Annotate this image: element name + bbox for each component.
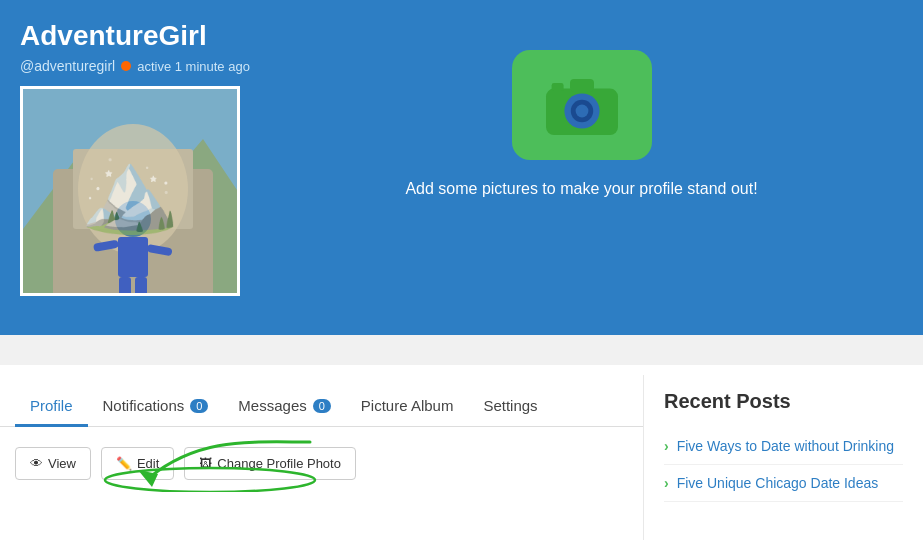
banner-center: Add some pictures to make your profile s… <box>260 20 903 198</box>
profile-handle: @adventuregirl <box>20 58 115 74</box>
svg-rect-6 <box>118 237 148 277</box>
spacer <box>0 335 923 365</box>
notifications-badge: 0 <box>190 399 208 413</box>
post-link-0[interactable]: › Five Ways to Date without Drinking <box>664 428 903 465</box>
tab-picture-album[interactable]: Picture Album <box>346 385 469 426</box>
post-link-1[interactable]: › Five Unique Chicago Date Ideas <box>664 465 903 502</box>
tab-profile[interactable]: Profile <box>15 385 88 426</box>
svg-rect-10 <box>135 277 147 296</box>
camera-icon-wrapper <box>512 50 652 160</box>
main-content: Profile Notifications 0 Messages 0 Pictu… <box>0 365 923 540</box>
action-buttons-area: 👁 View ✏️ Edit 🖼 Change Profile Photo <box>0 427 643 500</box>
svg-point-14 <box>575 105 588 118</box>
active-status-dot <box>121 61 131 71</box>
svg-rect-15 <box>570 79 594 92</box>
camera-icon <box>542 70 622 140</box>
image-icon: 🖼 <box>199 456 212 471</box>
profile-banner: AdventureGirl @adventuregirl active 1 mi… <box>0 0 923 335</box>
tab-messages[interactable]: Messages 0 <box>223 385 346 426</box>
eye-icon: 👁 <box>30 456 43 471</box>
change-photo-button[interactable]: 🖼 Change Profile Photo <box>184 447 356 480</box>
active-status-text: active 1 minute ago <box>137 59 250 74</box>
svg-point-4 <box>78 124 188 254</box>
tab-notifications[interactable]: Notifications 0 <box>88 385 224 426</box>
edit-button[interactable]: ✏️ Edit <box>101 447 174 480</box>
messages-badge: 0 <box>313 399 331 413</box>
pencil-icon: ✏️ <box>116 456 132 471</box>
profile-handle-row: @adventuregirl active 1 minute ago <box>20 58 260 74</box>
svg-rect-9 <box>119 277 131 296</box>
chevron-icon-1: › <box>664 475 669 491</box>
tab-settings[interactable]: Settings <box>468 385 552 426</box>
profile-photo-frame <box>20 86 240 296</box>
left-panel: Profile Notifications 0 Messages 0 Pictu… <box>0 375 643 540</box>
banner-left: AdventureGirl @adventuregirl active 1 mi… <box>20 20 260 296</box>
profile-name: AdventureGirl <box>20 20 260 52</box>
right-panel: Recent Posts › Five Ways to Date without… <box>643 375 923 540</box>
tabs-bar: Profile Notifications 0 Messages 0 Pictu… <box>0 385 643 427</box>
chevron-icon-0: › <box>664 438 669 454</box>
svg-point-5 <box>115 201 151 237</box>
recent-posts-title: Recent Posts <box>664 390 903 413</box>
svg-rect-3 <box>73 149 193 229</box>
add-pictures-text: Add some pictures to make your profile s… <box>405 180 757 198</box>
svg-rect-16 <box>551 83 563 91</box>
view-button[interactable]: 👁 View <box>15 447 91 480</box>
profile-photo <box>23 89 237 293</box>
